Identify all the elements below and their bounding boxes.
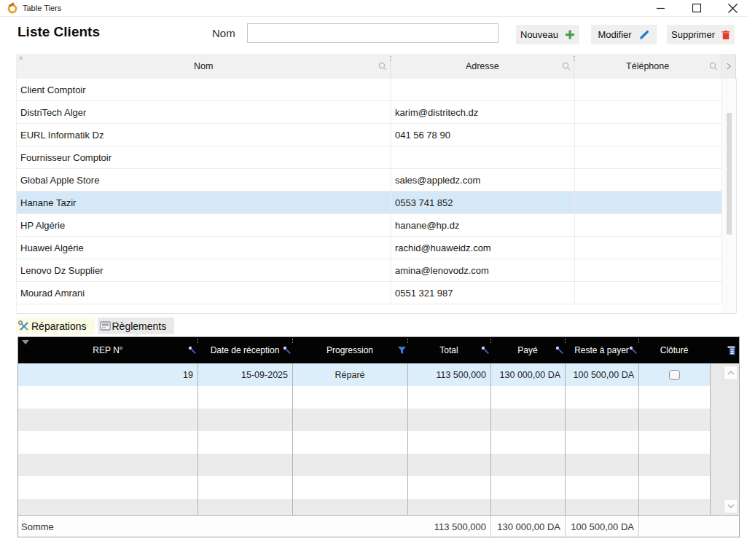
cell-adresse[interactable] [391, 79, 575, 100]
pencil-icon [638, 29, 650, 41]
column-header-telephone[interactable]: Téléphone [574, 54, 721, 79]
next-column-button[interactable] [721, 54, 736, 79]
cell-progression[interactable]: Réparé [292, 363, 407, 386]
column-chooser-icon[interactable] [727, 345, 735, 355]
clients-table-header: ˄ Nom Adresse Téléphone [17, 54, 736, 79]
edit-pencil-icon [555, 346, 564, 355]
column-header-label: REP N° [93, 345, 122, 355]
column-header-label: Payé [517, 345, 537, 355]
cell-telephone[interactable] [575, 214, 722, 236]
cell-nom[interactable]: HP Algérie [17, 214, 391, 236]
cell-nom[interactable]: EURL Informatik Dz [17, 124, 391, 146]
client-row[interactable]: Lenovo Dz Supplier amina@lenovodz.com [17, 259, 736, 282]
empty-row[interactable] [18, 454, 710, 476]
cell-adresse[interactable]: 041 56 78 90 [391, 124, 575, 146]
client-row[interactable]: DistriTech Alger karim@distritech.dz [17, 101, 736, 124]
client-row[interactable]: Client Comptoir [17, 79, 736, 101]
empty-row[interactable] [18, 476, 710, 499]
client-row[interactable]: Huawei Algérie rachid@huaweidz.com [17, 237, 736, 259]
cell-nom[interactable]: Mourad Amrani [17, 282, 391, 304]
client-row[interactable]: EURL Informatik Dz 041 56 78 90 [17, 124, 736, 146]
cell-telephone[interactable] [575, 79, 722, 100]
minimize-button[interactable] [650, 0, 672, 16]
cell-adresse[interactable] [391, 146, 575, 168]
tab-reparations[interactable]: Réparations [16, 318, 95, 334]
maximize-button[interactable] [686, 0, 708, 16]
cloture-checkbox[interactable] [669, 370, 680, 380]
cell-nom[interactable]: Fournisseur Comptoir [17, 146, 391, 168]
cell-telephone[interactable] [575, 237, 722, 259]
client-row[interactable]: Hanane Tazir 0553 741 852 [17, 192, 736, 214]
cell-telephone[interactable] [575, 124, 722, 146]
column-header-rep-no[interactable]: REP N° [18, 337, 197, 363]
cell-rep-no[interactable]: 19 [18, 363, 197, 386]
client-row[interactable]: HP Algérie hanane@hp.dz [17, 214, 736, 237]
scroll-up-icon [727, 371, 735, 375]
column-header-label: Reste à payer [574, 345, 629, 355]
tab-label: Réparations [31, 320, 87, 332]
cell-adresse[interactable]: karim@distritech.dz [391, 101, 575, 123]
cell-adresse[interactable]: sales@appledz.com [391, 169, 575, 191]
column-handle [292, 339, 293, 343]
cell-nom[interactable]: DistriTech Alger [17, 101, 391, 123]
summary-row: Somme 113 500,000 130 000,00 DA 100 500,… [18, 515, 739, 537]
empty-row[interactable] [18, 386, 710, 409]
summary-paye: 130 000,00 DA [490, 516, 565, 537]
repairs-vertical-scrollbar[interactable] [710, 363, 739, 516]
cell-telephone[interactable] [575, 169, 722, 191]
cell-date[interactable]: 15-09-2025 [197, 363, 292, 386]
cell-telephone[interactable] [575, 101, 722, 123]
search-icon[interactable] [378, 62, 387, 71]
client-row[interactable]: Global Apple Store sales@appledz.com [17, 169, 736, 192]
column-header-adresse[interactable]: Adresse [391, 54, 574, 79]
search-icon[interactable] [709, 62, 718, 71]
cell-nom[interactable]: Huawei Algérie [17, 237, 391, 259]
cell-adresse[interactable]: hanane@hp.dz [391, 214, 575, 236]
client-row[interactable]: Mourad Amrani 0551 321 987 [17, 282, 736, 304]
scroll-up-button[interactable] [724, 366, 738, 380]
client-row[interactable]: Fournisseur Comptoir [17, 146, 736, 169]
cell-nom[interactable]: Client Comptoir [17, 79, 391, 100]
summary-separator [638, 516, 639, 537]
column-resize-handle[interactable] [390, 56, 391, 61]
column-header-reste[interactable]: Reste à payer [565, 337, 638, 363]
column-header-cloture[interactable]: Clôturé [638, 337, 710, 363]
empty-row[interactable] [18, 431, 710, 454]
cell-adresse[interactable]: 0553 741 852 [391, 192, 575, 213]
cell-telephone[interactable] [575, 282, 722, 304]
scrollbar-thumb[interactable] [727, 113, 732, 234]
empty-row[interactable] [18, 409, 710, 431]
cell-telephone[interactable] [575, 192, 722, 213]
cell-nom[interactable]: Hanane Tazir [17, 192, 391, 213]
nom-search-input[interactable] [247, 23, 498, 43]
nouveau-button[interactable]: Nouveau [516, 25, 579, 44]
cell-nom[interactable]: Lenovo Dz Supplier [17, 259, 391, 281]
titlebar: Table Tiers [0, 0, 747, 17]
column-resize-handle[interactable] [574, 56, 575, 61]
empty-row[interactable] [18, 499, 710, 516]
vertical-scrollbar[interactable] [722, 79, 737, 313]
close-button[interactable] [721, 0, 743, 16]
column-header-nom[interactable]: ˄ Nom [17, 54, 391, 79]
detail-tabs: Réparations Règlements [16, 318, 174, 334]
cell-paye[interactable]: 130 000,00 DA [490, 363, 565, 386]
cell-total[interactable]: 113 500,000 [407, 363, 490, 386]
column-header-paye[interactable]: Payé [490, 337, 565, 363]
cell-adresse[interactable]: 0551 321 987 [391, 282, 575, 304]
scroll-down-button[interactable] [724, 499, 738, 513]
cell-nom[interactable]: Global Apple Store [17, 169, 391, 191]
edit-pencil-icon [481, 346, 490, 355]
cell-adresse[interactable]: rachid@huaweidz.com [391, 237, 575, 259]
cell-reste[interactable]: 100 500,00 DA [565, 363, 638, 386]
filter-icon[interactable] [397, 346, 407, 355]
column-header-progression[interactable]: Progression [292, 337, 407, 363]
cell-telephone[interactable] [575, 259, 722, 281]
modifier-button[interactable]: Modifier [591, 25, 657, 44]
column-header-date[interactable]: Date de réception [197, 337, 292, 363]
tab-reglements[interactable]: Règlements [98, 318, 175, 334]
cell-telephone[interactable] [575, 146, 722, 168]
search-icon[interactable] [562, 62, 571, 71]
column-header-total[interactable]: Total [407, 337, 490, 363]
supprimer-button[interactable]: Supprimer [667, 25, 735, 44]
cell-adresse[interactable]: amina@lenovodz.com [391, 259, 575, 281]
